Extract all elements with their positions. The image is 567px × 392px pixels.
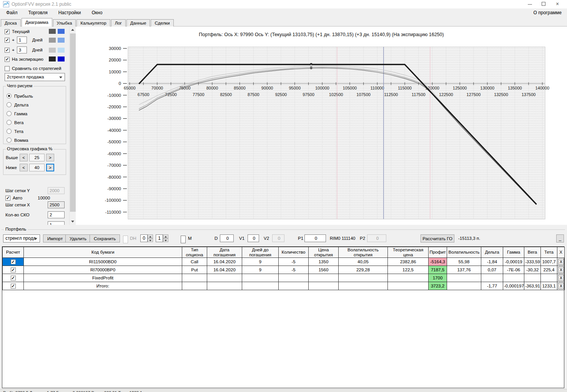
radio-5[interactable]: [7, 129, 12, 134]
import-button[interactable]: Импорт: [43, 234, 67, 243]
m-checkbox[interactable]: [181, 236, 186, 243]
expiration-checkbox[interactable]: [5, 57, 10, 62]
dh-spinner-2-value[interactable]: 1: [156, 234, 163, 242]
radio-2[interactable]: [7, 102, 12, 107]
above-increment-button[interactable]: >: [46, 154, 54, 161]
row-delete-button[interactable]: X: [558, 283, 564, 289]
cell: [541, 274, 557, 282]
grid-x-row: Шаг сетки X: [5, 201, 65, 209]
plus1-days-input[interactable]: [17, 37, 27, 43]
cell: 3723,2: [429, 282, 447, 290]
compare-strategy-checkbox[interactable]: [5, 66, 10, 71]
radio-3[interactable]: [7, 111, 12, 116]
svg-text:135000: 135000: [508, 86, 522, 90]
column-header-3[interactable]: Тип опциона: [182, 247, 207, 258]
column-header-7[interactable]: Цена открытия: [309, 247, 339, 258]
tab-4[interactable]: Калькулятор: [76, 19, 110, 27]
p1-input[interactable]: [304, 234, 326, 242]
plus3-days-input[interactable]: [17, 47, 27, 53]
tab-7[interactable]: Сделки: [151, 19, 173, 27]
clipped-input[interactable]: [48, 221, 65, 225]
below-value[interactable]: 40: [29, 164, 45, 171]
spin-down-icon[interactable]: [148, 238, 153, 242]
portfolio-strategy-select[interactable]: стренгл прода: [3, 234, 40, 243]
column-header-9[interactable]: Теоретическая цена: [388, 247, 429, 258]
row-calc-checkbox[interactable]: [11, 276, 16, 281]
chart-area: Портфель: Ось X: 97990 Ось Y: (Текущий 1…: [76, 27, 567, 225]
svg-text:-50000: -50000: [107, 140, 121, 144]
column-header-5[interactable]: Дней до погашения: [242, 247, 279, 258]
portfolio-strategy-value: стренгл прода: [5, 236, 36, 241]
row-calc-checkbox[interactable]: [11, 259, 16, 264]
menu-item-4[interactable]: Окно: [87, 8, 107, 17]
dh-spinner-1[interactable]: 0: [140, 234, 153, 242]
column-header-12[interactable]: Дельта: [481, 247, 503, 258]
column-header-1[interactable]: Расчет: [3, 247, 24, 258]
radio-1[interactable]: [7, 93, 12, 98]
v1-input[interactable]: [248, 234, 259, 242]
column-header-6[interactable]: Количество: [279, 247, 309, 258]
column-header-14[interactable]: Вега: [524, 247, 541, 258]
column-header-2[interactable]: Код бумаги: [24, 247, 182, 258]
column-header-15[interactable]: Тета: [541, 247, 557, 258]
menu-about[interactable]: О программе: [530, 10, 565, 15]
row-calc-checkbox[interactable]: [11, 267, 16, 272]
delete-button[interactable]: Удалить: [65, 234, 91, 243]
menu-item-3[interactable]: Настройки: [54, 8, 86, 17]
row-delete-button[interactable]: X: [558, 275, 564, 281]
cell: [447, 282, 481, 290]
save-button[interactable]: Сохранить: [90, 234, 120, 243]
below-decrement-button[interactable]: <: [20, 164, 28, 171]
scroll-up-icon[interactable]: [70, 27, 76, 33]
cell: -363,91: [524, 282, 541, 290]
column-header-16[interactable]: X: [557, 247, 565, 258]
strategy-select[interactable]: 2стренгл продажа: [5, 73, 65, 81]
plus3-checkbox[interactable]: [5, 48, 10, 53]
tab-1[interactable]: Доска: [1, 19, 21, 27]
column-header-10[interactable]: Профит: [429, 247, 447, 258]
menu-item-1[interactable]: Файл: [2, 8, 22, 17]
above-decrement-button[interactable]: <: [20, 154, 28, 161]
tab-3[interactable]: Улыбка: [53, 19, 76, 27]
close-icon[interactable]: ×: [551, 0, 564, 8]
column-header-4[interactable]: Дата погашения: [207, 247, 242, 258]
column-header-13[interactable]: Гамма: [503, 247, 524, 258]
row-delete-button[interactable]: X: [558, 267, 564, 273]
below-increment-button[interactable]: >: [46, 164, 54, 171]
current-checkbox[interactable]: [5, 29, 10, 34]
row-delete-button[interactable]: X: [558, 259, 564, 265]
svg-text:107500: 107500: [356, 92, 371, 97]
tab-6[interactable]: Данные: [126, 19, 150, 27]
calc-go-button[interactable]: Рассчитать ГО: [421, 234, 454, 243]
sko-row: Кол-во СКО: [5, 211, 65, 219]
column-header-8[interactable]: Волатильность открытия: [339, 247, 388, 258]
grid-x-input[interactable]: [48, 201, 65, 208]
above-value[interactable]: 25: [29, 154, 45, 161]
spin-up-icon[interactable]: [163, 234, 168, 238]
sidebar-scrollbar[interactable]: [69, 27, 76, 225]
d-input[interactable]: [220, 234, 234, 242]
row-calc-checkbox[interactable]: [11, 284, 16, 289]
collapse-button[interactable]: _: [556, 234, 564, 243]
dh-spinner-2[interactable]: 1: [156, 234, 168, 242]
dh-spinner-1-value[interactable]: 0: [140, 234, 148, 242]
cell: [207, 282, 242, 290]
radio-6[interactable]: [7, 138, 12, 143]
scroll-down-icon[interactable]: [70, 218, 76, 225]
radio-4[interactable]: [7, 120, 12, 125]
menu-item-2[interactable]: Торговля: [24, 8, 52, 17]
plus1-checkbox[interactable]: [5, 38, 10, 43]
spin-down-icon[interactable]: [163, 238, 168, 242]
tab-2[interactable]: Диаграмма: [22, 18, 52, 27]
maximize-icon[interactable]: [537, 0, 550, 8]
tab-5[interactable]: Лог: [111, 19, 126, 27]
spin-up-icon[interactable]: [148, 234, 153, 238]
auto-checkbox[interactable]: [5, 196, 10, 201]
svg-text:-90000: -90000: [107, 186, 121, 191]
sko-input[interactable]: [48, 211, 65, 218]
p2-input: [367, 234, 386, 242]
scrollbar-thumb[interactable]: [70, 33, 76, 212]
minimize-icon[interactable]: [523, 0, 536, 8]
column-header-11[interactable]: Волатильность: [447, 247, 481, 258]
svg-text:70000: 70000: [151, 86, 163, 90]
